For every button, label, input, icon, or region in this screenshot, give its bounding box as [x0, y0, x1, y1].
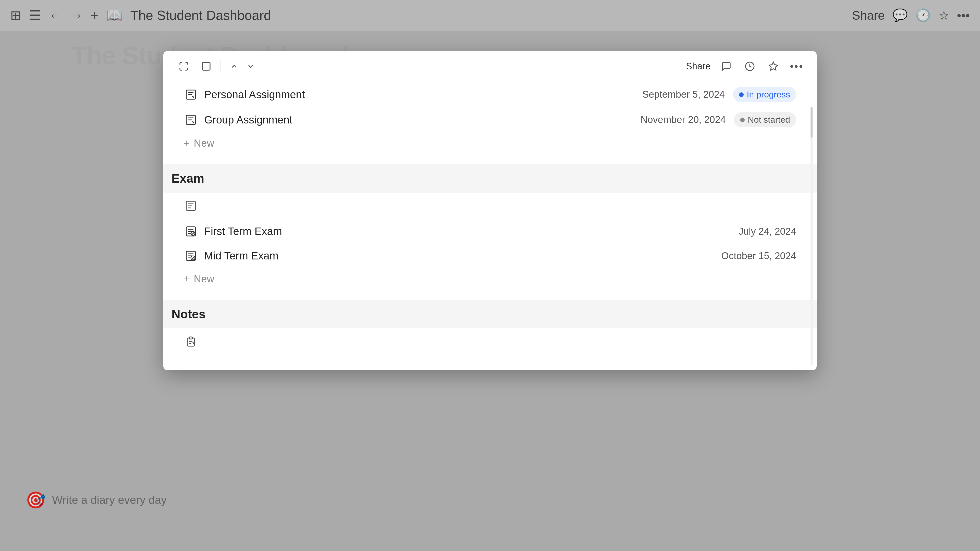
notes-section-title: Notes: [172, 307, 205, 321]
personal-assignment-date: September 5, 2024: [642, 89, 725, 100]
exam-new-label: New: [194, 273, 214, 285]
item-left: Personal Assignment: [184, 87, 305, 102]
item-right: November 20, 2024 Not started: [641, 112, 796, 127]
toolbar-divider: [221, 60, 221, 73]
not-started-label: Not started: [748, 115, 790, 125]
scrollbar-thumb[interactable]: [811, 107, 813, 138]
item-left: Mid Term Exam: [184, 249, 278, 263]
item-right: September 5, 2024 In progress: [642, 87, 796, 102]
item-right: October 15, 2024: [721, 251, 796, 262]
svg-marker-2: [769, 62, 777, 70]
item-left: Group Assignment: [184, 113, 293, 127]
nav-down-button[interactable]: [243, 59, 258, 73]
assignments-new-row[interactable]: + New: [184, 132, 796, 154]
fullscreen-icon[interactable]: [198, 58, 215, 75]
mid-term-exam-date: October 15, 2024: [721, 251, 796, 262]
item-left: First Term Exam: [184, 224, 282, 238]
share-button[interactable]: Share: [686, 61, 711, 72]
item-right: July 24, 2024: [738, 226, 796, 237]
exam-section-title: Exam: [172, 171, 204, 185]
modal-content: Personal Assignment September 5, 2024 In…: [163, 82, 817, 370]
modal-overlay: Share •••: [0, 0, 980, 551]
exam-section-header: Exam: [163, 164, 817, 192]
notes-placeholder-icon: [184, 334, 198, 349]
favorite-icon[interactable]: [765, 59, 781, 74]
svg-rect-10: [189, 337, 192, 339]
mid-term-exam-row[interactable]: Mid Term Exam October 15, 2024: [184, 244, 796, 268]
personal-assignment-row[interactable]: Personal Assignment September 5, 2024 In…: [184, 82, 796, 107]
personal-assignment-icon: [184, 87, 198, 102]
nav-up-button[interactable]: [227, 59, 242, 73]
exam-new-row[interactable]: + New: [184, 268, 796, 290]
more-options-icon[interactable]: •••: [789, 59, 804, 74]
toolbar-left: [176, 58, 258, 75]
exam-icon-row: [184, 192, 796, 219]
notes-section-header: Notes: [163, 300, 817, 328]
collapse-icon[interactable]: [176, 58, 192, 75]
first-term-exam-date: July 24, 2024: [738, 226, 796, 237]
in-progress-dot: [739, 92, 744, 97]
in-progress-label: In progress: [747, 89, 790, 100]
toolbar-nav: [227, 59, 258, 73]
first-term-exam-row[interactable]: First Term Exam July 24, 2024: [184, 219, 796, 244]
in-progress-badge[interactable]: In progress: [733, 87, 796, 102]
exam-new-plus-icon: +: [184, 273, 189, 285]
mid-term-exam-label: Mid Term Exam: [204, 250, 278, 262]
modal-window: Share •••: [163, 51, 817, 370]
first-term-exam-icon: [184, 224, 198, 238]
not-started-badge[interactable]: Not started: [734, 112, 796, 127]
notes-icon-row: [184, 328, 796, 355]
comment-icon[interactable]: [719, 59, 734, 74]
mid-term-exam-icon: [184, 249, 198, 263]
history-icon[interactable]: [742, 59, 757, 74]
exam-placeholder-icon: [184, 199, 198, 213]
personal-assignment-label: Personal Assignment: [204, 89, 305, 101]
group-assignment-label: Group Assignment: [204, 114, 293, 126]
first-term-exam-label: First Term Exam: [204, 225, 282, 238]
assignments-new-plus-icon: +: [184, 138, 189, 149]
scrollbar-track[interactable]: [811, 107, 813, 365]
modal-toolbar: Share •••: [163, 51, 817, 82]
assignments-new-label: New: [194, 138, 214, 149]
group-assignment-date: November 20, 2024: [641, 114, 726, 125]
group-assignment-row[interactable]: Group Assignment November 20, 2024 Not s…: [184, 107, 796, 132]
toolbar-right: Share •••: [686, 59, 804, 74]
svg-rect-0: [202, 62, 210, 70]
not-started-dot: [740, 118, 745, 122]
group-assignment-icon: [184, 113, 198, 127]
